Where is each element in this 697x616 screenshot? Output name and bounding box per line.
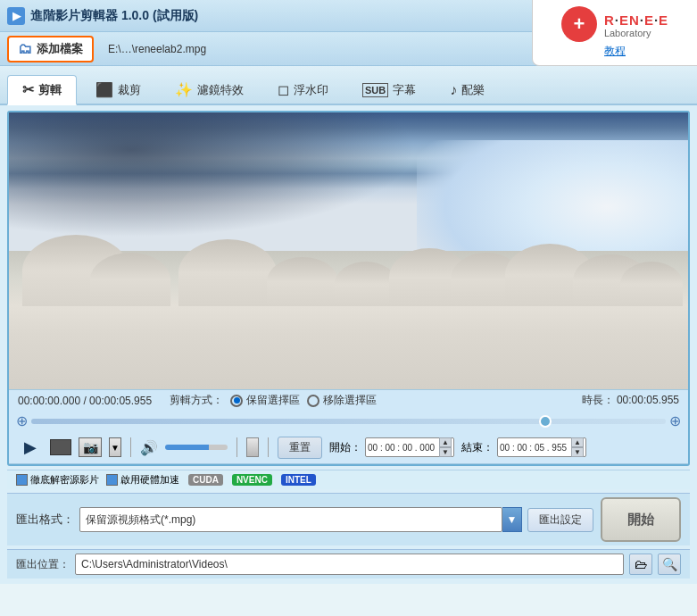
format-value: 保留源視頻格式(*.mpg): [86, 512, 195, 528]
hardware-checkbox[interactable]: [106, 474, 118, 486]
end-time-label: 結束：: [461, 440, 494, 455]
remove-selection-option[interactable]: 移除選擇區: [307, 393, 377, 408]
output-path-row: 匯出位置： C:\Users\Administrator\Videos\ 🗁 🔍: [7, 549, 690, 579]
output-path-label: 匯出位置：: [16, 557, 70, 572]
hardware-accel-label: 啟用硬體加速: [120, 473, 179, 487]
play-button[interactable]: ▶: [18, 435, 43, 460]
search-path-button[interactable]: 🔍: [658, 554, 681, 575]
playback-controls: ▶ 📷 ▼ 🔊 重置 開始： 00 : 00 : 00 . 000 ▲ ▼: [9, 431, 688, 464]
mound-10: [620, 262, 683, 306]
stop-button[interactable]: [50, 439, 71, 455]
watermark-icon: ◻: [278, 81, 289, 98]
add-file-icon: 🗂: [18, 41, 32, 57]
duration-value: 00:00:05.955: [617, 394, 679, 406]
video-player: 00:00:00.000 / 00:00:05.955 剪輯方式： 保留選擇區 …: [7, 111, 690, 466]
time-position: 00:00:00.000 / 00:00:05.955: [18, 395, 152, 407]
start-time-input[interactable]: 00 : 00 : 00 . 000 ▲ ▼: [365, 437, 454, 457]
end-time-input[interactable]: 00 : 00 : 05 . 955 ▲ ▼: [497, 437, 586, 457]
seek-track[interactable]: [31, 419, 666, 424]
subtitle-icon: SUB: [362, 83, 388, 97]
app-icon: ▶: [7, 7, 25, 25]
start-time-group: 開始： 00 : 00 : 00 . 000 ▲ ▼: [329, 437, 454, 457]
capture-button[interactable]: 📷: [79, 437, 102, 457]
decrypt-checkbox[interactable]: [16, 474, 28, 486]
seek-right-arrow[interactable]: ⊕: [669, 412, 681, 429]
seek-thumb[interactable]: [539, 415, 552, 428]
hardware-accel-option[interactable]: 啟用硬體加速: [106, 473, 179, 487]
tutorial-link[interactable]: 教程: [604, 44, 626, 59]
intel-badge: INTEL: [281, 474, 316, 486]
tab-bar: ✂ 剪輯 ⬛ 裁剪 ✨ 濾鏡特效 ◻ 浮水印 SUB 字幕 ♪ 配樂: [0, 66, 697, 105]
cut-icon: ✂: [22, 81, 34, 98]
tab-filter[interactable]: ✨ 濾鏡特效: [160, 75, 259, 104]
tab-crop-label: 裁剪: [118, 82, 141, 98]
mound-5: [335, 262, 397, 306]
end-time-down[interactable]: ▼: [571, 447, 584, 457]
separator-2: [236, 437, 237, 457]
add-file-button[interactable]: 🗂 添加檔案: [7, 36, 94, 62]
end-time-up[interactable]: ▲: [571, 437, 584, 447]
tab-watermark-label: 浮水印: [294, 82, 328, 98]
keep-selection-option[interactable]: 保留選擇區: [230, 393, 300, 408]
format-label: 匯出格式：: [16, 512, 74, 528]
format-select[interactable]: 保留源視頻格式(*.mpg): [79, 507, 502, 532]
start-time-up[interactable]: ▲: [439, 437, 452, 447]
separator-3: [268, 437, 269, 457]
volume-slider[interactable]: [165, 445, 228, 450]
logo-cross-icon: +: [561, 6, 597, 42]
tab-watermark[interactable]: ◻ 浮水印: [262, 75, 344, 104]
format-dropdown-arrow[interactable]: ▼: [502, 507, 522, 532]
add-file-label: 添加檔案: [37, 41, 83, 57]
decrypt-label: 徹底解密源影片: [30, 473, 99, 487]
logo-brand: R·EN·E·E: [604, 12, 668, 28]
tab-subtitle-label: 字幕: [393, 82, 416, 98]
folder-browse-button[interactable]: 🗁: [629, 554, 652, 575]
export-settings-button[interactable]: 匯出設定: [527, 508, 593, 532]
end-time-value: 00 : 00 : 05 . 955: [500, 443, 567, 453]
start-time-label: 開始：: [329, 440, 361, 455]
trim-handle[interactable]: [246, 437, 259, 457]
mound-2: [90, 253, 170, 306]
start-time-down[interactable]: ▼: [439, 447, 452, 457]
output-path-value: C:\Users\Administrator\Videos\: [81, 558, 228, 570]
reset-button[interactable]: 重置: [278, 437, 322, 459]
mound-3: [178, 239, 277, 306]
keep-radio[interactable]: [230, 395, 243, 407]
start-button[interactable]: 開始: [601, 497, 681, 542]
decrypt-option[interactable]: 徹底解密源影片: [16, 473, 99, 487]
tab-cut[interactable]: ✂ 剪輯: [7, 75, 77, 105]
duration-label: 時長：: [582, 394, 614, 406]
storm-overlay: [9, 112, 417, 237]
cut-mode-group: 剪輯方式： 保留選擇區 移除選擇區: [170, 393, 377, 408]
main-content: 00:00:00.000 / 00:00:05.955 剪輯方式： 保留選擇區 …: [0, 105, 697, 584]
volume-icon[interactable]: 🔊: [140, 439, 158, 456]
start-time-spinner[interactable]: ▲ ▼: [439, 437, 452, 457]
end-time-spinner[interactable]: ▲ ▼: [571, 437, 584, 457]
video-preview: [9, 112, 688, 389]
music-icon: ♪: [450, 82, 457, 98]
file-path: E:\…\reneelab2.mpg: [108, 43, 206, 55]
tab-cut-label: 剪輯: [38, 82, 62, 98]
cut-mode-label: 剪輯方式：: [170, 393, 223, 408]
mound-4: [267, 257, 338, 306]
output-path-input[interactable]: C:\Users\Administrator\Videos\: [75, 554, 624, 575]
separator-1: [130, 437, 131, 457]
remove-radio[interactable]: [307, 395, 319, 407]
logo-area: + R·EN·E·E Laboratory 教程: [532, 0, 697, 66]
capture-dropdown[interactable]: ▼: [109, 437, 121, 457]
filter-icon: ✨: [175, 81, 193, 98]
duration-display: 時長： 00:00:05.955: [582, 393, 679, 408]
tab-subtitle[interactable]: SUB 字幕: [347, 76, 431, 104]
seek-left-arrow[interactable]: ⊕: [16, 412, 28, 429]
tab-crop[interactable]: ⬛ 裁剪: [80, 75, 156, 104]
tab-music-label: 配樂: [461, 82, 485, 98]
tab-music[interactable]: ♪ 配樂: [435, 76, 500, 104]
start-time-value: 00 : 00 : 00 . 000: [368, 443, 435, 453]
title-bar: ▶ 進階影片剪輯器 1.0.0 (試用版) + R·EN·E·E Laborat…: [0, 0, 697, 32]
cuda-badge: CUDA: [188, 474, 223, 486]
tab-filter-label: 濾鏡特效: [197, 82, 244, 98]
logo-subtitle: Laboratory: [604, 28, 668, 38]
seek-bar-row: ⊕ ⊕: [9, 411, 688, 431]
keep-selection-label: 保留選擇區: [246, 393, 300, 408]
bottom-options: 徹底解密源影片 啟用硬體加速 CUDA NVENC INTEL: [7, 470, 690, 489]
